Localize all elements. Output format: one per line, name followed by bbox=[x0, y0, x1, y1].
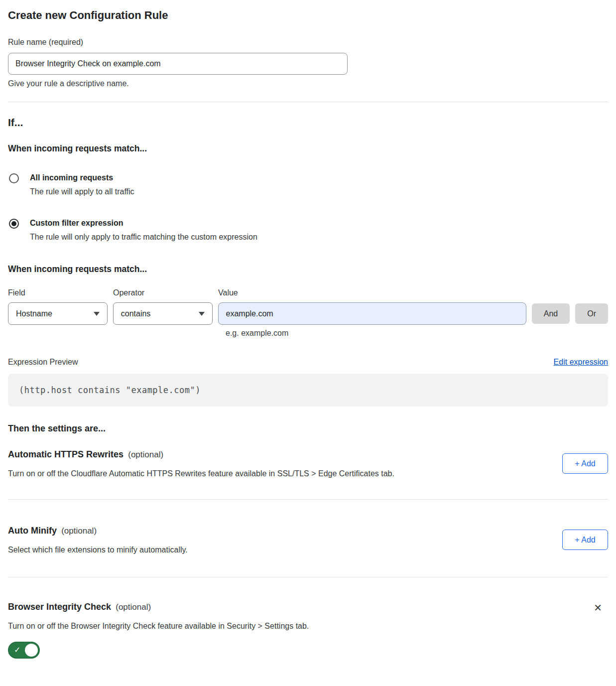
if-heading: If... bbox=[8, 117, 608, 129]
setting-description: Turn on or off the Browser Integrity Che… bbox=[8, 622, 309, 631]
setting-optional-tag: (optional) bbox=[126, 450, 164, 459]
or-button[interactable]: Or bbox=[575, 303, 608, 324]
value-input[interactable] bbox=[218, 302, 526, 325]
radio-label: Custom filter expression bbox=[30, 218, 257, 228]
expression-builder-row: Hostname contains And Or bbox=[8, 302, 608, 325]
radio-checked-icon[interactable] bbox=[9, 219, 19, 229]
expression-builder-heading: When incoming requests match... bbox=[8, 264, 608, 274]
radio-unchecked-icon[interactable] bbox=[9, 173, 19, 183]
operator-column-label: Operator bbox=[113, 288, 218, 297]
add-automatic-https-rewrites-button[interactable]: + Add bbox=[562, 453, 608, 474]
value-helper-text: e.g. example.com bbox=[226, 329, 608, 338]
browser-integrity-check-toggle[interactable]: ✓ bbox=[8, 642, 40, 659]
edit-expression-link[interactable]: Edit expression bbox=[554, 358, 608, 367]
expression-builder-column-labels: Field Operator Value bbox=[8, 288, 608, 297]
expression-preview-label: Expression Preview bbox=[8, 358, 78, 367]
expression-preview-code: (http.host contains "example.com") bbox=[8, 374, 608, 407]
radio-option-all-incoming-requests[interactable]: All incoming requests The rule will appl… bbox=[8, 173, 608, 196]
close-icon[interactable]: ✕ bbox=[594, 603, 602, 613]
page-title: Create new Configuration Rule bbox=[8, 9, 608, 22]
setting-name: Auto Minify bbox=[8, 526, 57, 536]
setting-description: Select which file extensions to minify a… bbox=[8, 546, 188, 554]
chevron-down-icon bbox=[94, 312, 100, 316]
expression-preview-header: Expression Preview Edit expression bbox=[8, 358, 608, 367]
field-select-value: Hostname bbox=[16, 309, 52, 318]
section-divider bbox=[8, 577, 608, 577]
section-divider bbox=[8, 102, 608, 102]
toggle-knob[interactable] bbox=[25, 644, 38, 657]
setting-description: Turn on or off the Cloudflare Automatic … bbox=[8, 469, 394, 478]
match-heading: When incoming requests match... bbox=[8, 143, 608, 154]
section-divider bbox=[8, 499, 608, 500]
add-auto-minify-button[interactable]: + Add bbox=[562, 530, 608, 550]
rule-name-helper: Give your rule a descriptive name. bbox=[8, 79, 608, 88]
checkmark-icon: ✓ bbox=[14, 645, 20, 655]
create-configuration-rule-form: Create new Configuration Rule Rule name … bbox=[0, 0, 616, 669]
radio-description: The rule will apply to all traffic bbox=[30, 187, 134, 196]
operator-select-value: contains bbox=[121, 309, 151, 318]
setting-automatic-https-rewrites: Automatic HTTPS Rewrites (optional) Turn… bbox=[8, 449, 608, 478]
setting-auto-minify: Auto Minify (optional) Select which file… bbox=[8, 526, 608, 554]
radio-label: All incoming requests bbox=[30, 173, 134, 182]
setting-browser-integrity-check: Browser Integrity Check (optional) Turn … bbox=[8, 602, 608, 659]
chevron-down-icon bbox=[199, 312, 205, 316]
setting-optional-tag: (optional) bbox=[114, 602, 151, 612]
value-column-label: Value bbox=[218, 288, 238, 297]
field-select[interactable]: Hostname bbox=[8, 302, 108, 325]
rule-name-label: Rule name (required) bbox=[8, 38, 608, 47]
rule-name-input[interactable] bbox=[8, 53, 348, 75]
radio-option-custom-filter-expression[interactable]: Custom filter expression The rule will o… bbox=[8, 218, 608, 242]
and-button[interactable]: And bbox=[532, 303, 570, 324]
radio-description: The rule will only apply to traffic matc… bbox=[30, 233, 257, 242]
field-column-label: Field bbox=[8, 288, 113, 297]
setting-name: Automatic HTTPS Rewrites bbox=[8, 449, 123, 459]
setting-name: Browser Integrity Check bbox=[8, 602, 111, 612]
operator-select[interactable]: contains bbox=[113, 302, 213, 325]
setting-optional-tag: (optional) bbox=[59, 526, 97, 536]
then-settings-heading: Then the settings are... bbox=[8, 423, 608, 434]
